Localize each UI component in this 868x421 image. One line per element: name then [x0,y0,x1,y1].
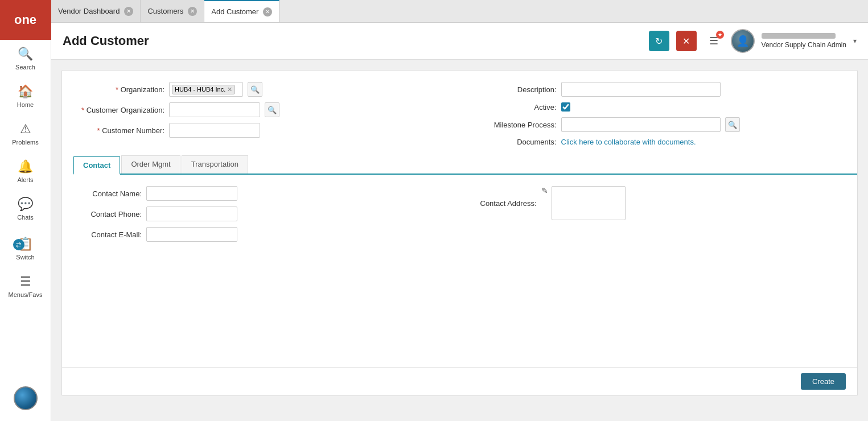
page-header: Add Customer ↻ ✕ ☰ ★ 👤 Vendor Supply Cha… [51,23,868,60]
contact-address-input[interactable] [552,186,626,220]
sidebar-label-problems: Problems [12,139,38,146]
app-logo[interactable]: one [0,0,51,40]
menu-button[interactable]: ☰ ★ [704,31,724,51]
org-tag-input[interactable]: HUB4 - HUB4 Inc. ✕ [169,82,243,97]
org-row: * Organization: HUB4 - HUB4 Inc. ✕ 🔍 [73,82,454,97]
customer-org-row: * Customer Organization: 🔍 [73,102,454,117]
tab-vendor-dashboard-label: Vendor Dashboard [58,7,120,15]
switch-badge: ⇄ [13,239,24,250]
form-right: Description: Active: Milestone Process: … [466,82,846,146]
sidebar-label-search: Search [15,64,35,71]
contact-email-input[interactable] [146,227,237,242]
contact-grid: Contact Name: Contact Phone: Contact E-M… [73,186,846,242]
sidebar: one 🔍 Search 🏠 Home ⚠ Problems 🔔 Alerts … [0,0,51,421]
sidebar-item-alerts[interactable]: 🔔 Alerts [0,152,51,190]
sidebar-label-menus: Menus/Favs [9,291,43,298]
form-footer: Create [62,367,857,395]
description-row: Description: [466,82,846,97]
form-tabs: Contact Order Mgmt Transportation [73,155,857,175]
org-tag: HUB4 - HUB4 Inc. ✕ [172,85,235,94]
menu-icon: ☰ [20,274,31,289]
tab-customers-close[interactable]: ✕ [188,7,197,16]
customer-number-input[interactable] [169,123,260,138]
description-label: Description: [466,85,557,94]
create-button[interactable]: Create [801,373,846,390]
user-role: Vendor Supply Chain Admin [762,41,846,49]
contact-tab-content: Contact Name: Contact Phone: Contact E-M… [62,175,857,367]
bell-icon: 🔔 [18,159,33,174]
customer-org-required: * [81,106,84,114]
customer-number-row: * Customer Number: [73,123,454,138]
contact-name-input[interactable] [146,186,237,201]
sidebar-label-chats: Chats [17,214,34,221]
sidebar-item-search[interactable]: 🔍 Search [0,40,51,77]
chat-icon: 💬 [18,197,33,212]
user-dropdown-arrow[interactable]: ▾ [853,37,857,45]
sidebar-item-switch[interactable]: ⇄ 📋 Switch [0,228,51,267]
milestone-row: Milestone Process: 🔍 [466,117,846,132]
sidebar-item-home[interactable]: 🏠 Home [0,77,51,115]
documents-link[interactable]: Click here to collaborate with documents… [561,138,696,146]
tab-customers[interactable]: Customers ✕ [141,0,204,22]
contact-email-row: Contact E-Mail: [73,227,451,242]
contact-address-wrapper: ✎ [541,186,626,220]
customer-org-label: * Customer Organization: [73,106,164,114]
milestone-input[interactable] [561,117,721,132]
tab-vendor-dashboard[interactable]: Vendor Dashboard ✕ [51,0,141,22]
contact-left: Contact Name: Contact Phone: Contact E-M… [73,186,451,242]
contact-name-row: Contact Name: [73,186,451,201]
page-title: Add Customer [63,34,149,48]
form-tab-contact[interactable]: Contact [73,156,120,175]
tab-add-customer[interactable]: Add Customer ✕ [204,0,279,22]
contact-email-label: Contact E-Mail: [73,230,142,239]
form-card: * Organization: HUB4 - HUB4 Inc. ✕ 🔍 [61,70,858,396]
address-edit-icon[interactable]: ✎ [541,186,548,195]
customer-org-input[interactable] [169,102,260,117]
avatar: 👤 [731,29,755,53]
contact-phone-row: Contact Phone: [73,207,451,221]
content-area: * Organization: HUB4 - HUB4 Inc. ✕ 🔍 [51,60,868,421]
active-row: Active: [466,102,846,112]
sidebar-label-alerts: Alerts [17,176,33,183]
contact-name-label: Contact Name: [73,189,142,198]
form-tab-transportation[interactable]: Transportation [182,155,248,174]
sidebar-item-chats[interactable]: 💬 Chats [0,190,51,228]
tab-add-customer-close[interactable]: ✕ [263,7,272,16]
sidebar-item-menus[interactable]: ☰ Menus/Favs [0,267,51,305]
contact-phone-input[interactable] [146,207,237,221]
description-input[interactable] [561,82,721,97]
home-icon: 🏠 [18,84,33,99]
contact-phone-label: Contact Phone: [73,210,142,218]
user-info: Vendor Supply Chain Admin [762,33,846,49]
refresh-button[interactable]: ↻ [649,31,669,51]
cancel-button[interactable]: ✕ [676,31,697,51]
form-tab-order-mgmt[interactable]: Order Mgmt [121,155,180,174]
tab-customers-label: Customers [147,7,183,15]
warning-icon: ⚠ [20,122,31,137]
customer-org-search-button[interactable]: 🔍 [265,102,279,117]
tab-bar: Vendor Dashboard ✕ Customers ✕ Add Custo… [51,0,868,23]
user-name-blurred [762,33,836,39]
org-label: * Organization: [73,85,164,94]
sidebar-label-switch: Switch [16,254,34,261]
tab-vendor-dashboard-close[interactable]: ✕ [124,7,133,16]
contact-address-label: Contact Address: [468,199,537,208]
search-icon: 🔍 [18,47,33,61]
sidebar-item-problems[interactable]: ⚠ Problems [0,115,51,152]
documents-row: Documents: Click here to collaborate wit… [466,138,846,146]
sidebar-label-home: Home [17,101,34,108]
milestone-search-button[interactable]: 🔍 [725,117,740,132]
globe-button[interactable] [0,381,51,415]
documents-label: Documents: [466,138,557,146]
contact-right: Contact Address: ✎ [468,186,846,242]
active-label: Active: [466,103,557,112]
main-area: Vendor Dashboard ✕ Customers ✕ Add Custo… [51,0,868,421]
org-tag-remove[interactable]: ✕ [227,86,232,93]
form-left: * Organization: HUB4 - HUB4 Inc. ✕ 🔍 [73,82,454,146]
org-search-button[interactable]: 🔍 [248,82,262,97]
customer-number-label: * Customer Number: [73,126,164,135]
customer-number-required: * [97,126,100,135]
form-fields: * Organization: HUB4 - HUB4 Inc. ✕ 🔍 [62,82,857,155]
tab-add-customer-label: Add Customer [211,7,258,16]
active-checkbox[interactable] [561,102,570,112]
